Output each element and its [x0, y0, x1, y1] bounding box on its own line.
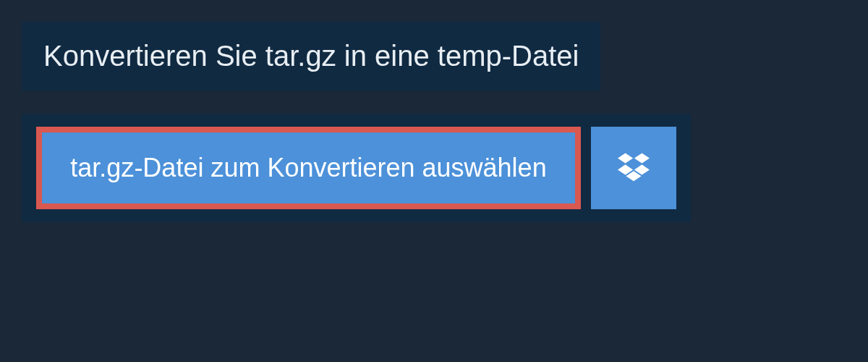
- upload-panel: tar.gz-Datei zum Konvertieren auswählen: [22, 114, 691, 222]
- select-file-button[interactable]: tar.gz-Datei zum Konvertieren auswählen: [36, 127, 581, 209]
- page-title: Konvertieren Sie tar.gz in eine temp-Dat…: [43, 40, 579, 72]
- converter-container: Konvertieren Sie tar.gz in eine temp-Dat…: [0, 0, 868, 222]
- dropbox-icon: [618, 151, 650, 185]
- heading-wrapper: Konvertieren Sie tar.gz in eine temp-Dat…: [22, 22, 600, 90]
- select-file-label: tar.gz-Datei zum Konvertieren auswählen: [70, 153, 546, 183]
- dropbox-button[interactable]: [591, 127, 676, 209]
